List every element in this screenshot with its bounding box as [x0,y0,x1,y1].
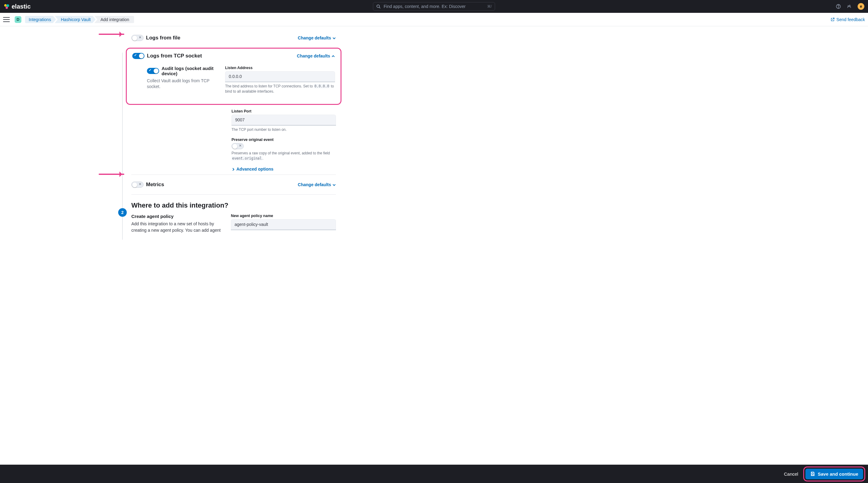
listen-address-input[interactable] [225,71,335,82]
listen-address-help: The bind address to listen for TCP conne… [225,84,335,94]
listen-port-label: Listen Port [231,109,336,113]
policy-name-input[interactable] [231,219,336,230]
breadcrumb-hashicorp-vault[interactable]: Hashicorp Vault [55,16,96,23]
listen-port-input[interactable] [231,115,336,126]
send-feedback-link[interactable]: Send feedback [831,17,865,22]
change-defaults-logs-tcp[interactable]: Change defaults [297,54,335,58]
deployment-badge[interactable]: D [15,16,21,23]
chevron-right-icon [231,167,235,171]
svg-line-4 [379,7,380,8]
user-avatar[interactable]: e [858,3,864,10]
elastic-logo-icon [4,3,10,9]
preserve-event-help: Preserves a raw copy of the original eve… [231,151,336,161]
toggle-audit-logs[interactable] [147,68,159,74]
listen-port-help: The TCP port number to listen on. [231,127,336,132]
change-defaults-logs-file[interactable]: Change defaults [298,35,336,40]
listen-address-label: Listen Address [225,66,335,70]
svg-point-0 [4,4,7,7]
step-number-badge: 2 [118,208,127,217]
global-header: elastic Find apps, content, and more. Ex… [0,0,868,13]
toggle-preserve-event[interactable] [231,143,244,149]
audit-logs-label: Audit logs (socket audit device) [161,66,218,76]
change-defaults-metrics[interactable]: Change defaults [298,182,336,187]
section-title: Logs from file [146,35,180,41]
svg-point-3 [377,5,380,8]
section-metrics: Metrics Change defaults [131,178,336,191]
chevron-down-icon [332,36,336,40]
step2-heading: Where to add this integration? [131,201,336,209]
external-link-icon [831,18,835,22]
create-policy-title: Create agent policy [131,214,223,219]
section-logs-from-file: Logs from file Change defaults [131,31,336,45]
toggle-logs-tcp[interactable] [132,53,145,59]
audit-logs-help: Collect Vault audit logs from TCP socket… [147,78,218,90]
toggle-logs-from-file[interactable] [131,35,144,41]
chevron-down-icon [332,183,336,187]
advanced-options-link[interactable]: Advanced options [231,167,336,171]
search-icon [376,4,380,8]
chevron-up-icon [331,54,335,58]
newsfeed-icon[interactable] [847,4,852,9]
brand-text: elastic [11,3,31,10]
brand-logo[interactable]: elastic [4,3,31,10]
section-title: Metrics [146,181,164,188]
section-title: Logs from TCP socket [147,53,202,59]
create-policy-desc: Add this integration to a new set of hos… [131,221,223,233]
nav-toggle-icon[interactable] [3,17,10,22]
search-shortcut: ⌘/ [487,4,492,8]
policy-name-label: New agent policy name [231,214,336,218]
svg-point-6 [838,8,838,8]
sub-header: D Integrations Hashicorp Vault Add integ… [0,13,868,26]
preserve-event-label: Preserve original event [231,138,336,142]
section-divider [131,194,336,195]
help-icon[interactable] [836,4,841,9]
breadcrumb-integrations[interactable]: Integrations [25,16,56,23]
svg-point-2 [5,6,8,8]
highlight-tcp-section: Logs from TCP socket Change defaults Aud… [126,48,341,105]
search-placeholder-text: Find apps, content, and more. Ex: Discov… [383,4,465,9]
breadcrumbs: Integrations Hashicorp Vault Add integra… [25,16,134,23]
global-search[interactable]: Find apps, content, and more. Ex: Discov… [373,2,495,11]
toggle-metrics[interactable] [131,181,144,188]
annotation-arrow [99,34,124,35]
breadcrumb-add-integration: Add integration [94,16,134,23]
annotation-arrow [99,174,124,175]
